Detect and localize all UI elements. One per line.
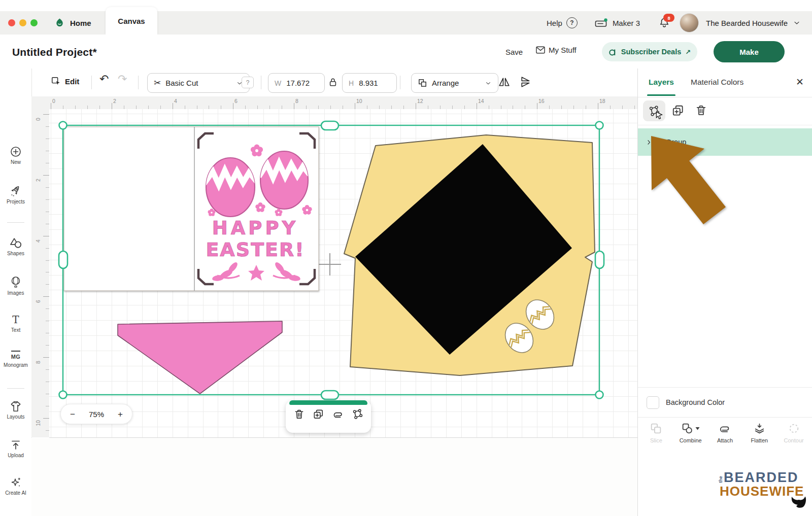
attach-icon <box>719 422 731 435</box>
arrange-label: Arrange <box>432 79 480 87</box>
operation-help-button[interactable]: ? <box>242 77 254 88</box>
tab-material-colors[interactable]: Material Colors <box>691 78 743 87</box>
zoom-in-button[interactable]: + <box>118 410 123 419</box>
close-icon[interactable]: ✕ <box>796 76 804 88</box>
home-button[interactable]: Home <box>54 11 91 35</box>
sidebar-item-text[interactable]: T Text <box>0 314 31 333</box>
width-value: 17.672 <box>286 79 310 87</box>
canvas-grid[interactable] <box>49 109 637 438</box>
help-question-icon: ? <box>566 17 578 28</box>
canvas-tab-label: Canvas <box>118 17 145 25</box>
sidebar-item-create-ai[interactable]: Create AI <box>0 476 31 496</box>
zoom-out-button[interactable]: − <box>70 410 75 419</box>
cricut-logo-icon <box>54 17 65 29</box>
scissors-icon: ✂ <box>154 78 161 88</box>
divider <box>261 76 261 89</box>
edit-toolbar: Edit ↶ ↷ ✂ Basic Cut ? W 17.672 H 8.931 <box>31 68 637 97</box>
contour-icon <box>788 422 800 435</box>
width-field[interactable]: W 17.672 <box>268 73 325 93</box>
arrange-select[interactable]: Arrange <box>411 73 498 93</box>
my-stuff-label: My Stuff <box>549 46 577 54</box>
canvas-margin <box>31 438 637 516</box>
selection-action-bar-handle[interactable] <box>289 400 367 405</box>
watermark-logo: the BEARDED HOUSEWIFE <box>713 467 812 510</box>
sidebar-item-projects[interactable]: Projects <box>0 184 31 204</box>
sidebar-item-upload[interactable]: Upload <box>0 439 31 458</box>
selection-action-bar <box>286 400 371 433</box>
layer-actions-row <box>638 97 812 125</box>
tab-layers[interactable]: Layers <box>649 78 674 87</box>
ruler-corner <box>31 96 50 110</box>
divider <box>138 76 139 89</box>
edit-button[interactable]: Edit <box>51 76 79 86</box>
group-row-label: Group <box>666 138 686 146</box>
group-expand-chevron-icon[interactable] <box>645 139 653 146</box>
redo-button: ↷ <box>118 74 127 85</box>
sidebar-item-layouts[interactable]: Layouts <box>0 400 31 420</box>
flip-horizontal-button[interactable] <box>497 76 511 88</box>
height-label: H <box>349 79 354 87</box>
arrange-icon <box>418 78 427 88</box>
window-zoom-button[interactable] <box>30 19 38 26</box>
window-minimize-button[interactable] <box>19 19 26 26</box>
rocket-icon <box>9 184 22 197</box>
avatar[interactable] <box>680 13 699 32</box>
group-icon[interactable] <box>352 408 363 420</box>
project-header: Untitled Project* Save My Stuff Subscrib… <box>0 35 812 69</box>
hot-air-balloon-icon <box>10 276 22 289</box>
subscriber-deals-label: Subscriber Deals <box>621 48 681 56</box>
home-label: Home <box>70 19 91 27</box>
layers-panel: Layers Material Colors ✕ Group Backgroun… <box>637 68 812 516</box>
notification-badge: 8 <box>663 14 674 22</box>
size-lock-button[interactable] <box>328 77 337 87</box>
attach-button[interactable]: Attach <box>708 422 741 465</box>
height-field[interactable]: H 8.931 <box>342 73 397 93</box>
edit-label: Edit <box>65 77 79 86</box>
group-button[interactable] <box>643 100 665 121</box>
combine-icon <box>681 422 694 435</box>
machine-selector[interactable]: Maker 3 <box>595 18 640 28</box>
duplicate-icon[interactable] <box>671 104 685 117</box>
sidebar-divider <box>7 388 24 389</box>
my-stuff-button[interactable]: My Stuff <box>536 46 577 54</box>
sidebar-item-images[interactable]: Images <box>0 276 31 296</box>
width-label: W <box>275 79 281 87</box>
sidebar-item-shapes[interactable]: Shapes <box>0 237 31 256</box>
operation-select[interactable]: ✂ Basic Cut <box>147 73 250 93</box>
edit-select-icon <box>51 76 61 86</box>
operation-value: Basic Cut <box>165 79 231 87</box>
notifications-button[interactable]: 8 <box>658 17 670 29</box>
envelope-icon <box>536 46 545 54</box>
save-button[interactable]: Save <box>505 48 523 56</box>
combine-button[interactable]: Combine <box>674 422 707 465</box>
trash-icon[interactable] <box>695 104 707 117</box>
duplicate-icon[interactable] <box>313 408 324 420</box>
undo-button[interactable]: ↶ <box>99 74 109 85</box>
make-button[interactable]: Make <box>714 41 785 62</box>
sidebar-item-monogram[interactable]: MG Monogram <box>0 351 31 368</box>
external-link-icon: ↗ <box>685 48 691 56</box>
text-t-icon: T <box>0 314 31 326</box>
delete-icon[interactable] <box>293 408 305 420</box>
attach-icon[interactable] <box>332 408 344 420</box>
tab-canvas[interactable]: Canvas <box>106 7 157 35</box>
window-close-button[interactable] <box>8 19 15 26</box>
slice-button: Slice <box>640 422 672 465</box>
help-button[interactable]: Help ? <box>547 17 578 28</box>
plus-circle-icon <box>10 146 22 158</box>
subscriber-deals-button[interactable]: Subscriber Deals ↗ <box>602 42 697 61</box>
sidebar-item-new[interactable]: New <box>0 146 31 165</box>
flatten-icon <box>753 422 766 435</box>
flip-vertical-button[interactable] <box>520 75 531 89</box>
contour-button: Contour <box>777 422 810 465</box>
background-color-row: Background Color <box>638 387 812 417</box>
layer-row-group[interactable]: Group <box>638 128 812 156</box>
account-chevron-down-icon[interactable] <box>793 19 801 27</box>
layers-panel-header: Layers Material Colors ✕ <box>638 68 812 97</box>
project-title: Untitled Project* <box>12 46 97 58</box>
divider <box>400 76 400 89</box>
titlebar: Home Canvas Help ? Maker 3 <box>0 0 812 35</box>
flatten-button[interactable]: Flatten <box>743 422 775 465</box>
machine-icon <box>595 18 608 28</box>
background-color-checkbox[interactable] <box>647 396 659 409</box>
